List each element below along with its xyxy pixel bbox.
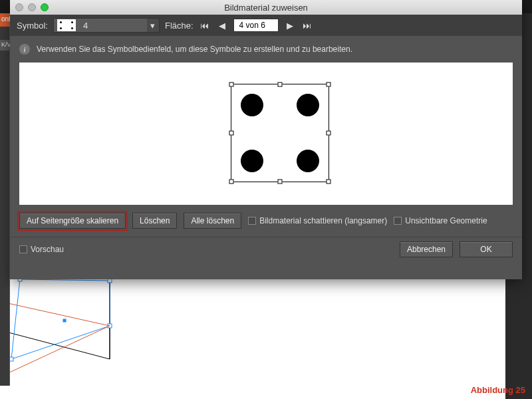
invisible-label: Unsichtbare Geometrie — [405, 216, 487, 225]
background-sidebar — [0, 13, 10, 386]
ok-button[interactable]: OK — [460, 241, 513, 257]
first-surface-button[interactable]: ⏮ — [199, 19, 211, 31]
info-row: i Verwenden Sie das Symbolbedienfeld, um… — [10, 36, 522, 63]
handle-sw[interactable] — [229, 180, 234, 184]
delete-all-button[interactable]: Alle löschen — [184, 213, 241, 229]
cancel-button[interactable]: Abbrechen — [400, 241, 453, 257]
checkbox-icon — [248, 217, 256, 225]
info-icon: i — [19, 44, 30, 55]
invisible-geometry-checkbox-group[interactable]: Unsichtbare Geometrie — [394, 216, 487, 225]
dialog-title: Bildmaterial zuweisen — [10, 3, 522, 13]
flaeche-label: Fläche: — [165, 21, 194, 31]
symbol-value: 4 — [79, 21, 147, 31]
handle-e[interactable] — [327, 131, 331, 136]
handle-se[interactable] — [327, 180, 331, 184]
handle-nw[interactable] — [229, 82, 234, 87]
button-row: Auf Seitengröße skalieren Löschen Alle l… — [10, 205, 522, 234]
dot-top-left — [241, 94, 263, 116]
last-surface-button[interactable]: ⏭ — [301, 19, 313, 31]
bg-tab-orange: ontu — [0, 13, 10, 27]
preview-checkbox-group[interactable]: Vorschau — [19, 245, 64, 254]
symbol-dropdown[interactable]: 4 ▾ — [53, 18, 160, 33]
handle-s[interactable] — [278, 180, 283, 184]
handle-n[interactable] — [278, 82, 283, 87]
shade-label: Bildmaterial schattieren (langsamer) — [259, 216, 387, 225]
bg-tab-gray: K/V — [0, 40, 10, 51]
surface-indicator[interactable]: 4 von 6 — [233, 19, 279, 32]
delete-button[interactable]: Löschen — [132, 213, 177, 229]
preview-area[interactable] — [19, 63, 513, 205]
assign-artwork-dialog: Bildmaterial zuweisen Symbol: 4 ▾ Fläche… — [10, 0, 522, 279]
dot-bottom-right — [297, 150, 319, 172]
figure-caption: Abbildung 25 — [471, 385, 525, 395]
next-surface-button[interactable]: ▶ — [284, 19, 296, 31]
selection-box[interactable] — [231, 84, 329, 182]
toolbar: Symbol: 4 ▾ Fläche: ⏮ ◀ 4 von 6 ▶ ⏭ — [10, 15, 522, 36]
titlebar: Bildmaterial zuweisen — [10, 0, 522, 15]
checkbox-icon — [394, 217, 402, 225]
dot-bottom-left — [241, 150, 263, 172]
dot-top-right — [297, 94, 319, 116]
handle-ne[interactable] — [327, 82, 331, 87]
scale-to-fit-button[interactable]: Auf Seitengröße skalieren — [19, 213, 126, 229]
info-text: Verwenden Sie das Symbolbedienfeld, um d… — [37, 45, 352, 54]
symbol-label: Symbol: — [17, 21, 48, 31]
dice-four-icon — [57, 19, 76, 31]
handle-w[interactable] — [229, 131, 234, 136]
preview-label: Vorschau — [31, 245, 64, 254]
prev-surface-button[interactable]: ◀ — [216, 19, 228, 31]
chevron-down-icon: ▾ — [147, 19, 159, 32]
checkbox-icon — [19, 245, 27, 253]
shade-checkbox-group[interactable]: Bildmaterial schattieren (langsamer) — [248, 216, 387, 225]
dialog-footer: Vorschau Abbrechen OK — [10, 237, 522, 264]
